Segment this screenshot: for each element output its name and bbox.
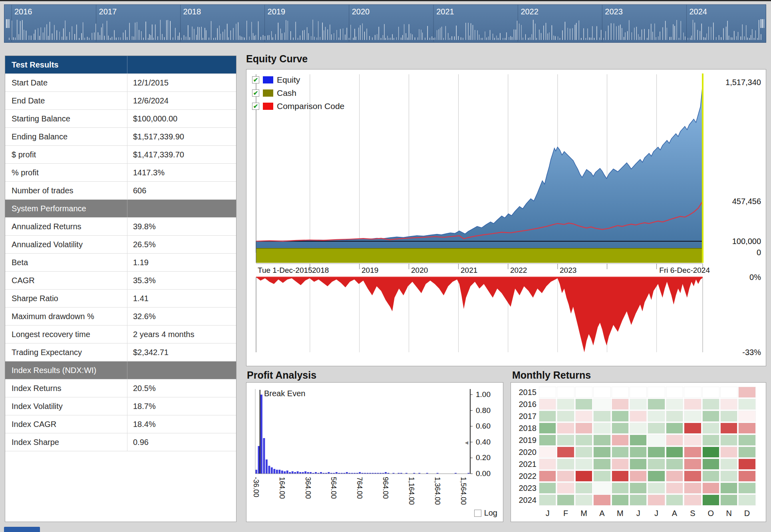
checkbox-checked-icon[interactable]: ✔ bbox=[252, 103, 259, 110]
checkbox-checked-icon[interactable]: ✔ bbox=[252, 89, 259, 97]
timeline-year-2020: 2020 bbox=[352, 7, 370, 16]
heatmap-month-4: M bbox=[612, 509, 629, 518]
legend-label-comparison-code: Comparison Code bbox=[277, 101, 344, 111]
heatmap-cell bbox=[738, 423, 755, 434]
heatmap-cell bbox=[575, 459, 592, 470]
row-cagr: CAGR35.3% bbox=[5, 272, 236, 290]
heatmap-cell bbox=[684, 387, 701, 398]
heatmap-cell bbox=[593, 435, 610, 446]
heatmap-cell bbox=[648, 411, 665, 422]
row-starting-balance: Starting Balance$100,000.00 bbox=[5, 110, 236, 128]
profit-analysis-title: Profit Analysis bbox=[247, 369, 316, 381]
row-index-volatility: Index Volatility18.7% bbox=[5, 397, 236, 415]
row-value: 606 bbox=[127, 182, 236, 199]
heatmap-cell bbox=[575, 387, 592, 398]
timeline-handle-right[interactable] bbox=[761, 19, 764, 28]
heatmap-cell bbox=[684, 399, 701, 410]
test-results-panel: Test ResultsStart Date12/1/2015End Date1… bbox=[5, 56, 236, 522]
heatmap-cell bbox=[684, 411, 701, 422]
heatmap-year-2016: 2016 bbox=[513, 400, 537, 409]
timeline-activity-svg bbox=[4, 5, 766, 42]
profit-y-label-0-60: 0.60 bbox=[476, 422, 491, 431]
checkbox-checked-icon[interactable]: ✔ bbox=[252, 76, 259, 83]
date-range-timeline[interactable]: 201620172018201920202021202220232024 bbox=[4, 4, 766, 43]
backtest-results-window: 201620172018201920202021202220232024 Tes… bbox=[0, 0, 771, 532]
heatmap-cell bbox=[648, 470, 665, 482]
heatmap-cell bbox=[612, 482, 629, 494]
heatmap-cell bbox=[630, 399, 647, 410]
legend-item-comparison-code[interactable]: ✔Comparison Code bbox=[252, 101, 344, 111]
heatmap-cell bbox=[557, 459, 574, 470]
row-value: $1,417,339.70 bbox=[127, 146, 236, 163]
heatmap-cell bbox=[648, 387, 665, 398]
row-ending-balance: Ending Balance$1,517,339.90 bbox=[5, 128, 236, 146]
row-sharpe-ratio: Sharpe Ratio1.41 bbox=[5, 290, 236, 308]
heatmap-cell bbox=[593, 387, 610, 398]
row-trading-expectancy: Trading Expectancy$2,342.71 bbox=[5, 343, 236, 361]
legend-item-cash[interactable]: ✔Cash bbox=[252, 88, 344, 98]
heatmap-cell bbox=[593, 423, 610, 434]
heatmap-cell bbox=[684, 494, 701, 506]
row-label: Beta bbox=[5, 254, 127, 271]
row-label: Longest recovery time bbox=[5, 326, 127, 343]
results-table: Test ResultsStart Date12/1/2015End Date1… bbox=[5, 56, 236, 451]
log-toggle[interactable]: Log bbox=[474, 508, 497, 518]
profit-y-label-0-00: 0.00 bbox=[476, 469, 491, 478]
heatmap-cell bbox=[557, 482, 574, 494]
profit-x-label-164-00: 164.00 bbox=[278, 477, 286, 499]
profit-x-label-36-00: -36.00 bbox=[252, 477, 260, 497]
heatmap-cell bbox=[630, 411, 647, 422]
heatmap-cell bbox=[612, 399, 629, 410]
heatmap-year-2022: 2022 bbox=[513, 472, 537, 481]
heatmap-cell bbox=[593, 447, 610, 458]
heatmap-cell bbox=[666, 387, 683, 398]
row-value: 12/1/2015 bbox=[127, 74, 236, 91]
heatmap-cell bbox=[593, 494, 610, 506]
heatmap-month-2: M bbox=[575, 509, 592, 518]
heatmap-month-0: J bbox=[539, 509, 556, 518]
row-value: 2 years 4 months bbox=[127, 326, 236, 343]
heatmap-cell bbox=[702, 494, 719, 506]
heatmap-cell bbox=[648, 447, 665, 458]
monthly-returns-heatmap: 2015201620172018201920202021202220232024… bbox=[511, 382, 766, 522]
equity-axis-label-1-517-340: 1,517,340 bbox=[725, 78, 761, 87]
timeline-handle-left[interactable] bbox=[6, 19, 10, 28]
heatmap-cell bbox=[720, 459, 737, 470]
heatmap-year-2024: 2024 bbox=[513, 496, 537, 505]
heatmap-year-2023: 2023 bbox=[513, 484, 537, 493]
heatmap-cell bbox=[738, 387, 755, 398]
equity-date-2018: 2018 bbox=[312, 266, 329, 275]
heatmap-cell bbox=[630, 447, 647, 458]
heatmap-cell bbox=[720, 494, 737, 506]
heatmap-cell bbox=[593, 459, 610, 470]
equity-axis-label-0: 0 bbox=[757, 248, 761, 257]
heatmap-cell bbox=[593, 411, 610, 422]
heatmap-cell bbox=[720, 411, 737, 422]
heatmap-cell bbox=[575, 470, 592, 482]
heatmap-cell bbox=[612, 423, 629, 434]
profit-x-label-964-00: 964.00 bbox=[381, 477, 389, 499]
legend-label-cash: Cash bbox=[277, 88, 296, 98]
row-value: 39.8% bbox=[127, 218, 236, 235]
profit-y-label-0-40: 0.40 bbox=[476, 438, 491, 447]
equity-date-start: Tue 1-Dec-2015 bbox=[258, 266, 312, 275]
heatmap-month-8: S bbox=[684, 509, 701, 518]
heatmap-cell bbox=[593, 482, 610, 494]
row-value: 1.19 bbox=[127, 254, 236, 271]
equity-legend: ✔Equity✔Cash✔Comparison Code bbox=[252, 75, 344, 115]
log-checkbox[interactable] bbox=[474, 510, 481, 517]
taskbar-fragment bbox=[4, 527, 40, 532]
legend-item-equity[interactable]: ✔Equity bbox=[252, 75, 344, 85]
heatmap-cell bbox=[720, 435, 737, 446]
heatmap-month-11: D bbox=[738, 509, 755, 518]
profit-x-label-1-564-00: 1,564.00 bbox=[459, 477, 467, 505]
profit-x-label-364-00: 364.00 bbox=[304, 477, 312, 499]
heatmap-cell bbox=[648, 435, 665, 446]
heatmap-cell bbox=[630, 423, 647, 434]
heatmap-cell bbox=[702, 447, 719, 458]
heatmap-cell bbox=[738, 459, 755, 470]
heatmap-cell bbox=[539, 482, 556, 494]
results-header-value bbox=[127, 56, 236, 73]
heatmap-cell bbox=[648, 494, 665, 506]
heatmap-cell bbox=[575, 399, 592, 410]
